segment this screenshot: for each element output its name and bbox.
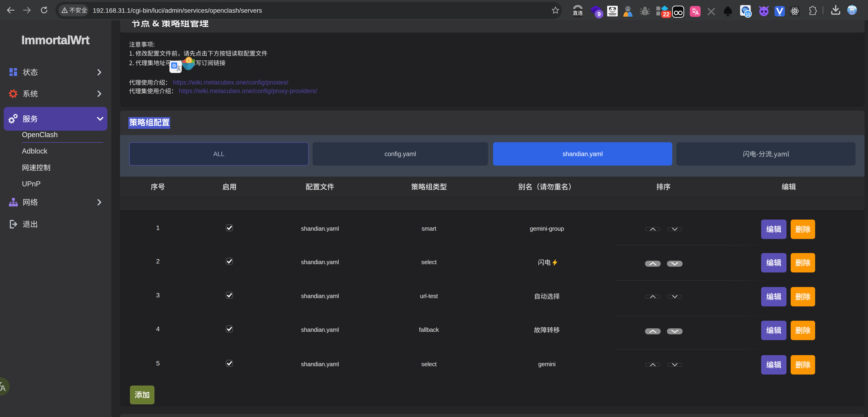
svg-text:11: 11 — [746, 12, 750, 17]
svg-text:G: G — [173, 63, 176, 68]
svg-text:vvv: vvv — [778, 14, 781, 17]
svg-text:22: 22 — [663, 11, 670, 18]
svg-text:9: 9 — [597, 11, 601, 18]
